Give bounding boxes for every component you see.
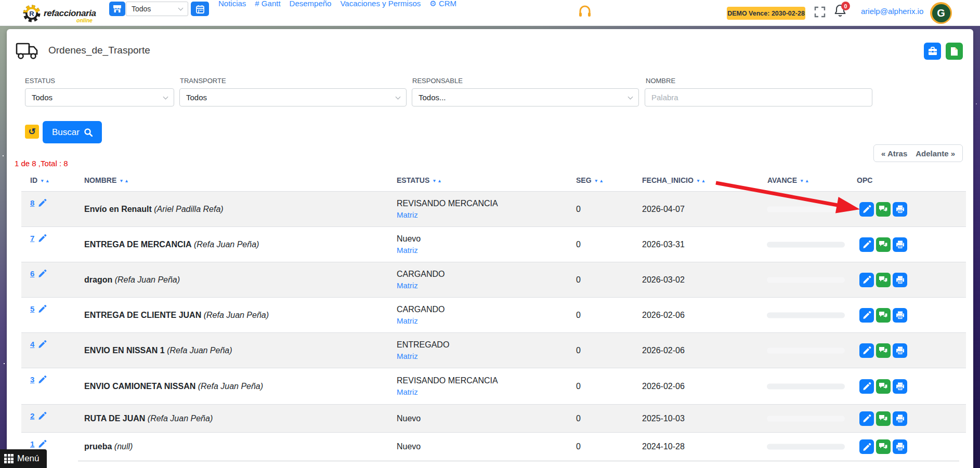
file-export-button[interactable]: [946, 43, 963, 60]
edit-pencil-icon: [38, 304, 47, 313]
nav-links: Noticias # Gantt Desempeño Vacaciones y …: [218, 0, 456, 8]
print-button[interactable]: [893, 439, 907, 454]
matriz-link[interactable]: Matriz: [397, 351, 449, 362]
column-header-id[interactable]: ID▼▲: [30, 176, 50, 184]
edit-button[interactable]: [859, 379, 874, 394]
edit-button[interactable]: [859, 237, 874, 252]
matriz-link[interactable]: Matriz: [397, 280, 445, 291]
svg-text:R: R: [29, 10, 34, 18]
filter-label-responsable: RESPONSABLE: [412, 77, 463, 85]
comments-button[interactable]: [876, 411, 891, 426]
column-header-estatus[interactable]: ESTATUS▼▲: [397, 176, 442, 184]
progress-bar: [767, 416, 845, 421]
transporte-select-value: Todos: [186, 93, 207, 102]
sort-carets[interactable]: ▼▲: [40, 178, 50, 183]
estatus-select-value: Todos: [32, 93, 53, 102]
edit-button[interactable]: [859, 308, 874, 323]
comments-button[interactable]: [876, 273, 891, 287]
nav-link-desempeno[interactable]: Desempeño: [290, 0, 332, 8]
comments-button[interactable]: [876, 202, 891, 217]
calendar-button[interactable]: [191, 2, 209, 16]
next-page-button[interactable]: Adelante »: [916, 149, 955, 158]
content-card: Ordenes_de_Trasporte ESTATUS TRANSPORTE …: [7, 29, 973, 468]
column-header-nombre[interactable]: NOMBRE▼▲: [84, 176, 129, 184]
id-link[interactable]: 8: [30, 198, 34, 207]
opc-cell: [859, 439, 907, 454]
menu-button[interactable]: Menú: [0, 449, 47, 468]
comments-button[interactable]: [876, 379, 891, 394]
id-link[interactable]: 5: [30, 304, 34, 313]
id-cell: 1: [30, 439, 47, 448]
id-link[interactable]: 2: [30, 411, 34, 420]
comments-button[interactable]: [876, 308, 891, 323]
sort-carets[interactable]: ▼▲: [432, 178, 442, 183]
store-button[interactable]: [109, 2, 125, 16]
edit-button[interactable]: [859, 439, 874, 454]
id-link[interactable]: 4: [30, 340, 34, 349]
fullscreen-icon[interactable]: [814, 6, 826, 20]
print-button[interactable]: [893, 379, 907, 394]
name-cell: ENVIO EN NISSAN 1 (Refa Juan Peña): [84, 346, 232, 355]
column-header-seg[interactable]: SEG▼▲: [576, 176, 604, 184]
id-link[interactable]: 6: [30, 269, 34, 278]
print-button[interactable]: [893, 343, 907, 358]
matriz-link[interactable]: Matriz: [397, 245, 421, 256]
sort-carets[interactable]: ▼▲: [800, 178, 810, 183]
matriz-link[interactable]: Matriz: [397, 315, 445, 327]
progress-bar: [767, 347, 845, 353]
reset-button[interactable]: ↺: [25, 125, 39, 139]
progress-bar: [767, 444, 845, 450]
edit-button[interactable]: [859, 273, 874, 287]
comments-button[interactable]: [876, 343, 891, 358]
avatar[interactable]: G: [930, 2, 952, 24]
toolbox-button[interactable]: [924, 43, 941, 60]
id-link[interactable]: 3: [30, 375, 34, 384]
edit-pencil-icon: [38, 411, 47, 420]
branch-select[interactable]: Todos: [126, 2, 188, 16]
id-link[interactable]: 1: [30, 439, 34, 448]
id-link[interactable]: 7: [30, 234, 34, 243]
buscar-button[interactable]: Buscar: [43, 121, 102, 143]
nav-link-crm[interactable]: ⚙ CRM: [429, 0, 456, 8]
matriz-link[interactable]: Matriz: [397, 209, 498, 221]
nombre-input[interactable]: Palabra: [645, 88, 872, 106]
print-button[interactable]: [893, 273, 907, 287]
edit-button[interactable]: [859, 343, 874, 358]
sort-carets[interactable]: ▼▲: [119, 178, 129, 183]
responsable-select[interactable]: Todos...: [412, 88, 639, 106]
edit-pencil-icon: [38, 439, 47, 448]
print-button[interactable]: [893, 237, 907, 252]
edit-button[interactable]: [859, 202, 874, 217]
comments-button[interactable]: [876, 439, 891, 454]
matriz-link[interactable]: Matriz: [397, 386, 498, 398]
brand-sub: online: [76, 17, 93, 23]
brand-logo[interactable]: R refaccionaria online: [21, 2, 43, 24]
column-header-avance[interactable]: AVANCE▼▲: [767, 176, 810, 184]
table-row: 7 ENTREGA DE MERCANCIA (Refa Juan Peña) …: [21, 226, 966, 262]
seg-cell: 0: [576, 346, 581, 355]
comments-button[interactable]: [876, 237, 891, 252]
nav-link-noticias[interactable]: Noticias: [218, 0, 246, 8]
sort-carets[interactable]: ▼▲: [594, 178, 605, 183]
print-button[interactable]: [893, 411, 907, 426]
fecha-cell: 2026-04-07: [642, 205, 685, 214]
fecha-cell: 2026-02-06: [642, 382, 685, 391]
transporte-select[interactable]: Todos: [179, 88, 407, 106]
status-text: ENTREGADO: [397, 339, 449, 351]
print-icon: [896, 382, 905, 391]
estatus-select[interactable]: Todos: [25, 88, 174, 106]
nav-link-vacaciones[interactable]: Vacaciones y Permisos: [340, 0, 421, 8]
prev-page-button[interactable]: « Atras: [881, 149, 907, 158]
print-button[interactable]: [893, 308, 907, 323]
sort-carets[interactable]: ▼▲: [696, 178, 707, 183]
edit-button[interactable]: [859, 411, 874, 426]
fecha-cell: 2025-10-03: [642, 414, 685, 423]
headset-icon[interactable]: [578, 5, 592, 21]
column-header-fecha_inicio[interactable]: FECHA_INICIO▼▲: [642, 176, 707, 184]
print-button[interactable]: [893, 202, 907, 217]
comments-icon: [879, 382, 888, 391]
edit-pencil-icon: [38, 198, 47, 207]
user-email[interactable]: arielp@alpherix.io: [861, 7, 923, 16]
nav-link-gantt[interactable]: # Gantt: [255, 0, 280, 8]
notifications-bell[interactable]: 0: [833, 4, 849, 19]
